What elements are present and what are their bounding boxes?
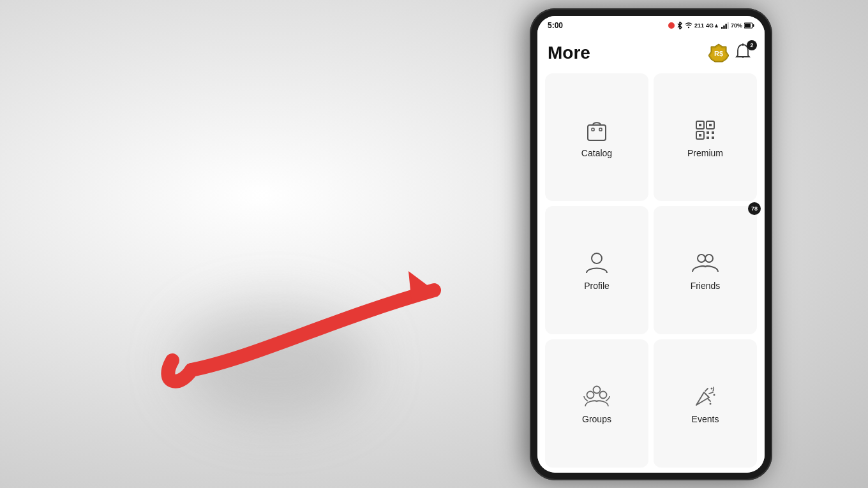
friends-icon (691, 249, 719, 277)
app-content: More R$ (537, 35, 765, 473)
bluetooth-icon (677, 22, 683, 29)
svg-rect-6 (728, 22, 729, 29)
status-time: 5:00 (548, 21, 563, 30)
tile-events[interactable]: Events (654, 339, 757, 468)
tile-profile[interactable]: Profile (545, 206, 648, 334)
menu-grid: Catalog (537, 68, 765, 473)
svg-rect-9 (745, 24, 751, 27)
app-header: More R$ (537, 35, 765, 68)
profile-label: Profile (584, 281, 610, 291)
svg-point-31 (594, 387, 601, 394)
bag-icon (583, 116, 611, 144)
record-dot (668, 22, 675, 29)
robux-icon[interactable]: R$ (708, 43, 729, 63)
svg-rect-25 (707, 137, 709, 139)
svg-point-28 (592, 253, 602, 263)
notification-bell[interactable]: 2 (734, 43, 754, 63)
svg-rect-20 (709, 124, 712, 126)
tile-premium[interactable]: Premium (654, 73, 757, 202)
tile-catalog[interactable]: Catalog (545, 73, 648, 202)
svg-rect-3 (721, 27, 723, 29)
page-title: More (548, 43, 590, 63)
svg-point-1 (668, 22, 675, 29)
wifi-icon (685, 22, 692, 29)
svg-rect-5 (725, 24, 727, 29)
battery-pct: 70% (731, 22, 742, 29)
svg-rect-27 (709, 134, 712, 137)
svg-point-30 (705, 255, 713, 262)
svg-point-35 (714, 394, 715, 396)
status-icons: 211 4G▲ 70% (668, 22, 754, 29)
svg-rect-24 (712, 131, 714, 134)
svg-rect-22 (699, 134, 701, 137)
signal-bars (721, 22, 729, 29)
phone-screen: 5:00 (537, 16, 765, 473)
person-icon (583, 249, 611, 277)
network-type: 4G▲ (706, 22, 719, 29)
svg-rect-23 (707, 131, 709, 134)
header-icons: R$ 2 (708, 43, 754, 63)
svg-point-2 (688, 26, 689, 27)
groups-label: Groups (582, 414, 611, 424)
svg-rect-4 (723, 26, 725, 29)
notification-badge: 2 (747, 40, 757, 50)
events-label: Events (692, 414, 719, 424)
premium-icon (691, 116, 719, 144)
svg-rect-16 (599, 128, 602, 131)
events-icon (691, 382, 719, 410)
status-bar: 5:00 (537, 16, 765, 35)
battery-icon (744, 22, 754, 29)
svg-point-29 (698, 255, 705, 262)
tile-groups[interactable]: Groups (545, 339, 648, 468)
svg-rect-18 (699, 124, 701, 126)
svg-point-32 (587, 392, 594, 399)
data-speed: 211 (694, 22, 704, 29)
groups-icon (583, 382, 611, 410)
premium-label: Premium (687, 148, 723, 158)
svg-point-34 (711, 388, 713, 390)
background-blob (179, 306, 370, 421)
svg-rect-14 (588, 125, 606, 140)
svg-rect-8 (753, 24, 754, 27)
svg-rect-15 (592, 128, 594, 131)
svg-rect-26 (712, 137, 714, 139)
phone-wrapper: 5:00 (434, 0, 868, 488)
phone-frame: 5:00 (530, 8, 772, 480)
catalog-label: Catalog (581, 148, 612, 158)
friends-badge: 78 (748, 202, 761, 215)
tile-friends[interactable]: 78 Friends (654, 206, 757, 334)
svg-point-36 (710, 403, 712, 405)
friends-label: Friends (691, 281, 721, 291)
svg-point-33 (600, 392, 607, 399)
svg-text:R$: R$ (714, 50, 723, 57)
